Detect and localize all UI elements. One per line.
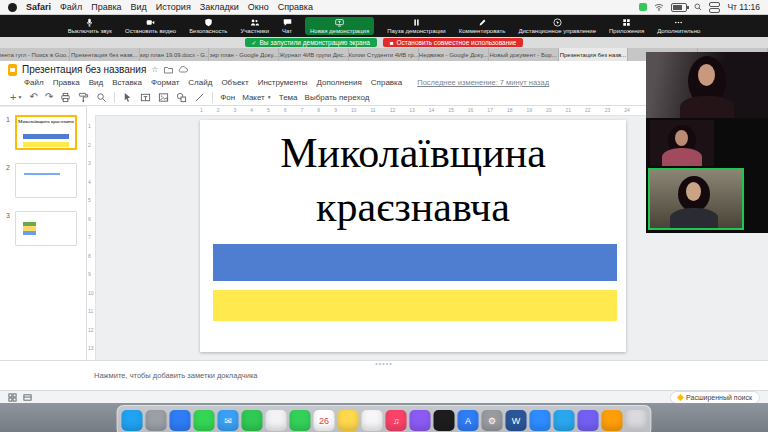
zoom-apps-button[interactable]: Приложения [609, 18, 644, 34]
photos-icon[interactable] [266, 410, 287, 431]
google-slides-logo-icon[interactable] [8, 64, 17, 76]
stop-share-button[interactable]: ■ Остановить совместное использование [383, 38, 524, 47]
viber-icon[interactable] [578, 410, 599, 431]
menubar-item[interactable]: Правка [91, 2, 121, 12]
trash-icon[interactable] [626, 410, 647, 431]
browser-tab[interactable]: Презентация без назв... [70, 48, 140, 61]
slide-thumbnail-1[interactable]: Миколаївщина краєзнавча [15, 115, 77, 150]
slides-menu-item[interactable]: Вставка [112, 78, 142, 87]
cloud-status-icon[interactable] [178, 66, 188, 73]
finder-icon[interactable] [122, 410, 143, 431]
zoom-icon[interactable] [530, 410, 551, 431]
insert-image-button[interactable] [158, 92, 169, 103]
browser-tab[interactable]: Недвижи - Google Доку... [419, 48, 489, 61]
slides-menu-item[interactable]: Инструменты [258, 78, 308, 87]
theme-button[interactable]: Тема [279, 93, 298, 102]
redo-button[interactable]: ↷ [45, 92, 53, 102]
select-cursor-button[interactable] [122, 92, 133, 103]
calendar-icon[interactable]: 26 [314, 410, 335, 431]
menubar-app-name[interactable]: Safari [26, 2, 51, 12]
zoom-remote-control-button[interactable]: Дистанционное управление [518, 18, 596, 34]
app-store-icon[interactable]: A [458, 410, 479, 431]
slides-menu-item[interactable]: Формат [151, 78, 179, 87]
podcasts-icon[interactable] [410, 410, 431, 431]
print-button[interactable] [60, 92, 71, 103]
slides-menu-item[interactable]: Правка [53, 78, 80, 87]
paint-format-button[interactable] [78, 92, 89, 103]
menubar-item[interactable]: Справка [278, 2, 313, 12]
spotlight-search-icon[interactable] [694, 3, 702, 11]
control-center-icon[interactable] [709, 2, 720, 13]
browser-tab[interactable]: мир план 19.09.docx - G... [140, 48, 210, 61]
menubar-item[interactable]: Закладки [200, 2, 239, 12]
menubar-item[interactable]: Окно [248, 2, 269, 12]
facetime-icon[interactable] [290, 410, 311, 431]
browser-tab[interactable]: лента гугл - Поиск в Goo... [0, 48, 70, 61]
participant-video-active[interactable] [648, 168, 744, 230]
tv-icon[interactable] [434, 410, 455, 431]
zoom-participants-button[interactable]: Участники [240, 18, 269, 34]
zoom-chat-button[interactable]: Чат [282, 18, 292, 34]
slides-menu-item[interactable]: Справка [371, 78, 402, 87]
slides-menu-item[interactable]: Слайд [188, 78, 212, 87]
messages-icon[interactable] [194, 410, 215, 431]
last-edit-link[interactable]: Последнее изменение: 7 минут назад [417, 78, 549, 87]
slide-title-textbox[interactable]: Миколаївщина краєзнавча [200, 126, 626, 234]
browser-tab[interactable]: Журнал 4ИВ групи Дис... [279, 48, 349, 61]
transition-button[interactable]: Выбрать переход [305, 93, 370, 102]
pages-icon[interactable] [602, 410, 623, 431]
system-preferences-icon[interactable]: ⚙ [482, 410, 503, 431]
maps-icon[interactable] [242, 410, 263, 431]
zoom-security-button[interactable]: Безопасность [189, 18, 227, 34]
grid-view-icon[interactable] [8, 393, 17, 402]
slide-thumbnail-3[interactable] [15, 211, 77, 246]
new-slide-button[interactable]: +▼ [10, 92, 22, 103]
mail-icon[interactable]: ✉ [218, 410, 239, 431]
flag-yellow-rectangle[interactable] [213, 290, 617, 321]
zoom-mute-button[interactable]: Выключить звук [68, 18, 112, 34]
slides-menu-item[interactable]: Файл [24, 78, 44, 87]
flag-blue-rectangle[interactable] [213, 244, 617, 281]
text-box-button[interactable] [140, 92, 151, 103]
move-folder-icon[interactable] [164, 66, 173, 74]
slides-menu-item[interactable]: Дополнения [317, 78, 362, 87]
microsoft-word-icon[interactable]: W [506, 410, 527, 431]
slide-thumbnail-2[interactable] [15, 163, 77, 198]
notes-icon[interactable] [338, 410, 359, 431]
document-title[interactable]: Презентация без названия [22, 64, 146, 75]
safari-icon[interactable] [170, 410, 191, 431]
notes-resize-handle[interactable]: ••••• [375, 361, 392, 366]
background-button[interactable]: Фон [220, 93, 235, 102]
wifi-icon[interactable] [654, 3, 664, 11]
zoom-more-button[interactable]: Дополнительно [657, 18, 700, 34]
zoom-tool-button[interactable] [96, 92, 107, 103]
participant-video-2[interactable] [650, 120, 714, 166]
menubar-item[interactable]: Файл [60, 2, 82, 12]
browser-tab[interactable]: Копии Студенти 4ИВ гр... [349, 48, 419, 61]
launchpad-icon[interactable] [146, 410, 167, 431]
menubar-item[interactable]: История [156, 2, 191, 12]
slides-menu-item[interactable]: Объект [221, 78, 248, 87]
apple-menu-icon[interactable] [8, 3, 17, 12]
menubar-item[interactable]: Вид [131, 2, 147, 12]
insert-line-button[interactable] [194, 92, 205, 103]
music-icon[interactable]: ♫ [386, 410, 407, 431]
undo-button[interactable]: ↶ [29, 92, 37, 102]
menubar-clock[interactable]: Чт 11:16 [727, 2, 760, 12]
slides-menu-item[interactable]: Вид [89, 78, 103, 87]
current-slide[interactable]: Миколаївщина краєзнавча [200, 120, 626, 352]
reminders-icon[interactable] [362, 410, 383, 431]
speaker-notes-placeholder[interactable]: Нажмите, чтобы добавить заметки докладчи… [94, 371, 258, 380]
screen-sharing-indicator-icon[interactable] [639, 3, 647, 11]
zoom-stop-video-button[interactable]: Остановить видео [125, 18, 176, 34]
insert-shape-button[interactable] [176, 92, 187, 103]
layout-button[interactable]: Макет▼ [242, 93, 272, 102]
zoom-pause-share-button[interactable]: Пауза демонстрации [387, 18, 446, 34]
browser-tab[interactable]: Презентация без назв... [559, 48, 629, 61]
telegram-icon[interactable] [554, 410, 575, 431]
filmstrip-view-icon[interactable] [23, 393, 32, 402]
zoom-new-share-button[interactable]: Новая демонстрация [305, 17, 374, 35]
star-icon[interactable]: ☆ [151, 66, 158, 74]
browser-tab[interactable]: экр план - Google Доку... [209, 48, 279, 61]
zoom-annotate-button[interactable]: Комментировать [459, 18, 506, 34]
